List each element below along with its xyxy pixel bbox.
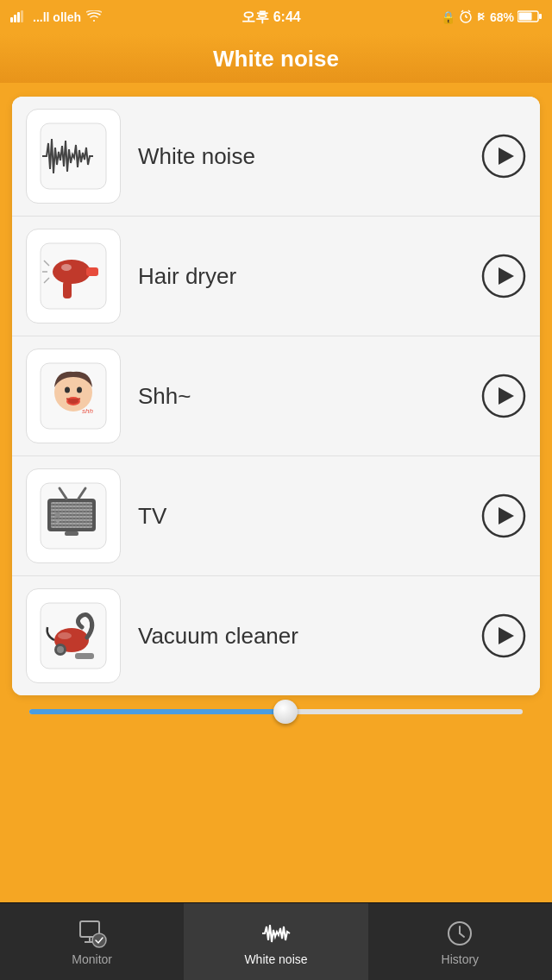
tab-history-label: History	[442, 952, 480, 966]
svg-point-54	[58, 632, 72, 639]
hair-dryer-play-btn[interactable]	[481, 254, 526, 298]
sound-list: White noise	[12, 97, 540, 695]
list-item[interactable]: White noise	[12, 97, 540, 217]
slider-fill	[29, 709, 285, 714]
svg-marker-48	[499, 507, 514, 525]
svg-line-7	[461, 10, 463, 12]
status-carrier: ...ll olleh	[10, 10, 102, 25]
svg-rect-3	[21, 10, 23, 22]
svg-point-53	[57, 646, 64, 653]
svg-rect-0	[10, 17, 13, 22]
shh-label: Shh~	[138, 383, 481, 410]
white-noise-label: White noise	[138, 143, 481, 170]
shh-icon-wrap: shh	[26, 349, 121, 443]
svg-text:shh: shh	[82, 407, 93, 415]
svg-point-27	[65, 387, 70, 393]
svg-line-8	[468, 10, 470, 12]
shh-face-icon: shh	[39, 361, 108, 430]
svg-point-16	[53, 260, 91, 284]
status-bar: ...ll olleh 오후 6:44 🔒	[0, 0, 552, 35]
hair-dryer-label: Hair dryer	[138, 263, 481, 290]
tv-icon	[39, 481, 108, 550]
vacuum-play-btn[interactable]	[481, 613, 526, 658]
list-item[interactable]: TV	[12, 456, 540, 576]
bluetooth-icon	[476, 9, 486, 26]
svg-rect-44	[65, 531, 78, 536]
hair-dryer-icon-wrap	[26, 229, 121, 324]
svg-rect-1	[14, 15, 16, 22]
wifi-icon	[86, 10, 102, 25]
battery-icon	[518, 10, 542, 25]
list-item[interactable]: Vacuum cleaner	[12, 576, 540, 695]
status-icons: 🔒 68%	[441, 9, 542, 26]
history-icon	[444, 918, 475, 949]
tab-bar: Monitor White noise History	[0, 902, 552, 980]
svg-line-63	[460, 933, 464, 937]
svg-rect-11	[518, 12, 531, 20]
volume-slider-area	[12, 695, 540, 721]
vacuum-label: Vacuum cleaner	[138, 623, 481, 650]
slider-thumb[interactable]	[273, 700, 298, 724]
status-time: 오후 6:44	[242, 9, 300, 27]
tab-history[interactable]: History	[368, 903, 552, 980]
vacuum-icon	[39, 601, 108, 670]
list-item[interactable]: Hair dryer	[12, 217, 540, 336]
svg-point-46	[56, 519, 60, 523]
tv-label: TV	[138, 503, 481, 530]
svg-point-60	[92, 933, 106, 947]
svg-rect-17	[86, 267, 98, 276]
lock-icon: 🔒	[441, 10, 455, 24]
tab-white-noise[interactable]: White noise	[184, 903, 367, 980]
svg-marker-33	[499, 387, 514, 405]
svg-point-28	[77, 387, 82, 393]
svg-rect-51	[75, 653, 94, 659]
vacuum-icon-wrap	[26, 588, 121, 683]
waveform-icon	[39, 122, 108, 191]
tab-monitor-label: Monitor	[72, 952, 112, 966]
svg-rect-18	[63, 281, 72, 298]
white-noise-play-btn[interactable]	[481, 134, 526, 179]
svg-rect-2	[17, 12, 20, 22]
tab-white-noise-label: White noise	[244, 952, 307, 966]
monitor-icon	[77, 918, 108, 949]
white-noise-icon-wrap	[26, 109, 121, 204]
list-item[interactable]: shh Shh~	[12, 336, 540, 456]
hair-dryer-icon	[39, 242, 108, 311]
alarm-icon	[459, 9, 473, 26]
slider-track[interactable]	[29, 709, 523, 714]
svg-marker-24	[499, 267, 514, 285]
svg-marker-56	[499, 627, 514, 644]
main-content: White noise	[0, 83, 552, 902]
tv-play-btn[interactable]	[481, 493, 526, 538]
tv-icon-wrap	[26, 468, 121, 563]
header-title: White noise	[213, 46, 339, 72]
svg-marker-14	[499, 148, 514, 165]
svg-point-22	[61, 264, 72, 271]
carrier-label: ...ll olleh	[33, 10, 81, 24]
battery-label: 68%	[490, 10, 514, 24]
shh-play-btn[interactable]	[481, 374, 526, 418]
waveform-tab-icon	[260, 918, 292, 949]
tab-monitor[interactable]: Monitor	[0, 903, 184, 980]
svg-point-45	[55, 512, 60, 518]
svg-rect-10	[539, 14, 542, 19]
app-header: White noise	[0, 35, 552, 83]
signal-icon	[10, 10, 28, 25]
